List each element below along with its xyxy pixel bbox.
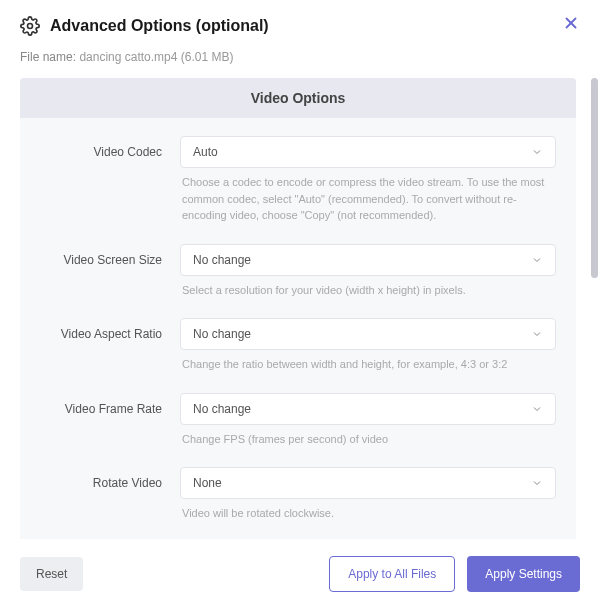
option-video-aspect-ratio: Video Aspect Ratio No change Change the … [40,318,556,387]
help-text: Choose a codec to encode or compress the… [180,168,556,238]
option-control: No change Change FPS (frames per second)… [180,393,556,462]
option-control: No change Select a resolution for your v… [180,244,556,313]
video-codec-select[interactable]: Auto [180,136,556,168]
footer-right: Apply to All Files Apply Settings [329,556,580,592]
dialog-title: Advanced Options (optional) [50,17,269,35]
file-name-label: File name: [20,50,76,64]
help-text: Select a resolution for your video (widt… [180,276,556,313]
select-value: Auto [193,145,218,159]
dialog-footer: Reset Apply to All Files Apply Settings [0,539,600,608]
option-label: Video Aspect Ratio [40,318,180,387]
option-video-frame-rate: Video Frame Rate No change Change FPS (f… [40,393,556,462]
section-title: Video Options [20,78,576,118]
file-name-value: dancing catto.mp4 (6.01 MB) [79,50,233,64]
select-value: No change [193,253,251,267]
dialog-header: Advanced Options (optional) [0,0,600,44]
select-value: None [193,476,222,490]
reset-button[interactable]: Reset [20,557,83,591]
scrollbar-thumb[interactable] [591,78,598,278]
option-video-codec: Video Codec Auto Choose a codec to encod… [40,136,556,238]
option-video-screen-size: Video Screen Size No change Select a res… [40,244,556,313]
svg-point-0 [28,24,33,29]
rotate-video-select[interactable]: None [180,467,556,499]
chevron-down-icon [531,403,543,415]
gear-icon [20,16,40,36]
option-label: Rotate Video [40,467,180,536]
chevron-down-icon [531,328,543,340]
chevron-down-icon [531,146,543,158]
help-text: Change FPS (frames per second) of video [180,425,556,462]
chevron-down-icon [531,254,543,266]
apply-settings-button[interactable]: Apply Settings [467,556,580,592]
help-text: Change the ratio between width and heigh… [180,350,556,387]
video-options-panel: Video Options Video Codec Auto Choose a … [20,78,576,539]
option-rotate-video: Rotate Video None Video will be rotated … [40,467,556,536]
option-label: Video Codec [40,136,180,238]
help-text: Video will be rotated clockwise. [180,499,556,536]
file-info: File name: dancing catto.mp4 (6.01 MB) [0,44,600,78]
scroll-area[interactable]: Video Options Video Codec Auto Choose a … [20,78,588,539]
option-control: None Video will be rotated clockwise. [180,467,556,536]
option-label: Video Screen Size [40,244,180,313]
close-icon[interactable] [562,14,580,32]
video-frame-rate-select[interactable]: No change [180,393,556,425]
select-value: No change [193,327,251,341]
option-control: No change Change the ratio between width… [180,318,556,387]
chevron-down-icon [531,477,543,489]
video-screen-size-select[interactable]: No change [180,244,556,276]
apply-to-all-files-button[interactable]: Apply to All Files [329,556,455,592]
options-body: Video Codec Auto Choose a codec to encod… [20,118,576,539]
content-wrapper: Video Options Video Codec Auto Choose a … [0,78,600,539]
option-control: Auto Choose a codec to encode or compres… [180,136,556,238]
advanced-options-dialog: Advanced Options (optional) File name: d… [0,0,600,608]
video-aspect-ratio-select[interactable]: No change [180,318,556,350]
option-label: Video Frame Rate [40,393,180,462]
select-value: No change [193,402,251,416]
